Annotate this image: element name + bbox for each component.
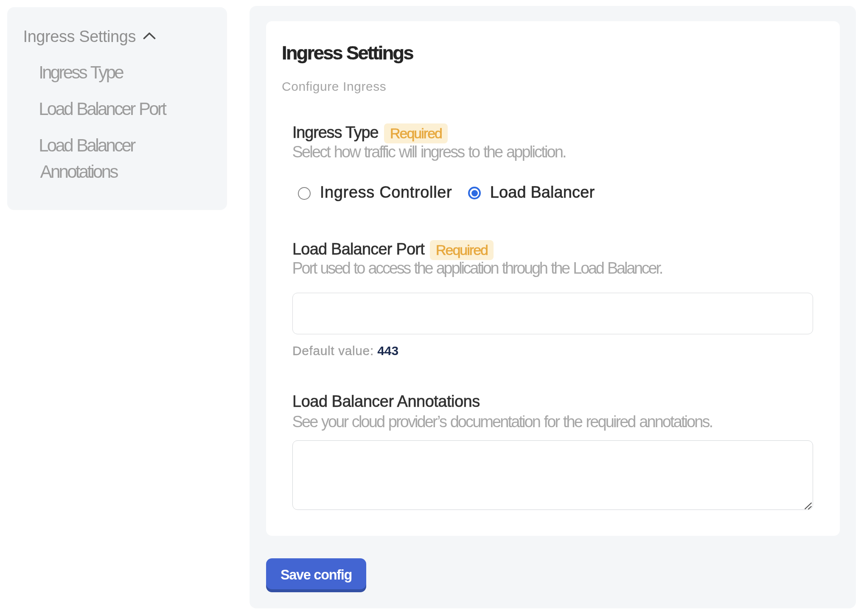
field-load-balancer-annotations-label: Load Balancer Annotations [292, 392, 480, 410]
sidebar-item-load-balancer-port[interactable]: Load Balancer Port [39, 96, 165, 122]
load-balancer-port-input[interactable] [292, 293, 813, 334]
field-ingress-type-label: Ingress Type [292, 123, 378, 141]
sidebar-group-label: Ingress Settings [23, 28, 136, 45]
settings-card: Ingress Settings Configure Ingress Ingre… [266, 21, 840, 536]
load-balancer-annotations-textarea[interactable] [292, 440, 813, 510]
field-load-balancer-annotations-description: See your cloud provider’s documentation … [292, 414, 713, 430]
card-title: Ingress Settings [282, 43, 413, 62]
main-panel: Ingress Settings Configure Ingress Ingre… [250, 6, 856, 608]
sidebar-group-header[interactable]: Ingress Settings [23, 28, 136, 45]
field-load-balancer-annotations-label-row: Load Balancer Annotations [292, 393, 480, 409]
card-subtitle: Configure Ingress [282, 80, 386, 93]
sidebar-item-load-balancer-annotations[interactable]: Load Balancer Annotations [39, 132, 166, 185]
radio-load-balancer-label[interactable]: Load Balancer [490, 184, 595, 200]
default-value: 443 [377, 344, 398, 358]
default-value-label: Default value: [292, 344, 374, 358]
radio-selected-dot [471, 190, 478, 196]
required-badge: Required [430, 240, 494, 260]
default-value-line: Default value: 443 [292, 344, 398, 357]
radio-ingress-controller-label[interactable]: Ingress Controller [320, 184, 452, 200]
chevron-up-icon[interactable] [143, 32, 156, 39]
resize-handle-icon[interactable] [802, 498, 813, 510]
required-badge: Required [384, 123, 448, 143]
field-ingress-type-description: Select how traffic will ingress to the a… [292, 144, 566, 160]
radio-ingress-controller[interactable] [298, 187, 311, 200]
field-load-balancer-port-label-row: Load Balancer Port Required [292, 241, 424, 257]
save-config-button[interactable]: Save config [266, 558, 366, 589]
field-load-balancer-port-description: Port used to access the application thro… [292, 260, 662, 276]
sidebar-item-ingress-type[interactable]: Ingress Type [39, 59, 123, 86]
field-load-balancer-port-label: Load Balancer Port [292, 240, 424, 258]
sidebar: Ingress Settings Ingress Type Load Balan… [7, 7, 227, 210]
field-ingress-type-label-row: Ingress Type Required [292, 124, 378, 140]
radio-load-balancer[interactable] [468, 187, 481, 199]
